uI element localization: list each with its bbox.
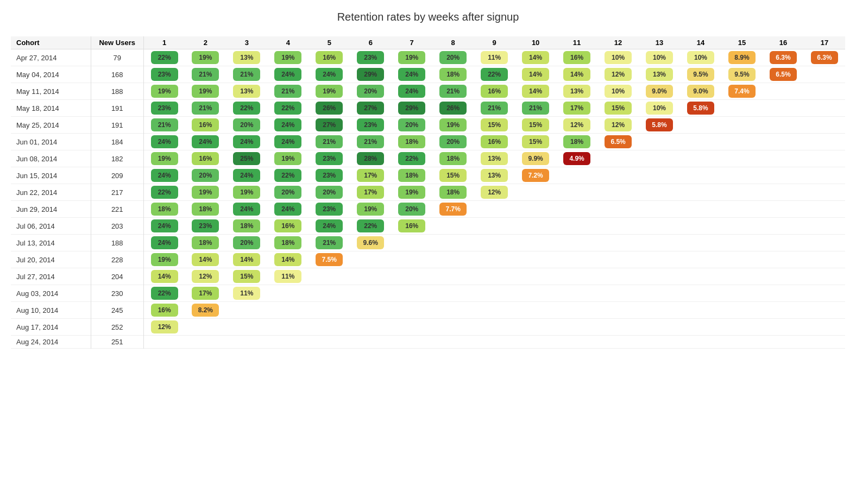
value-cell xyxy=(432,268,474,285)
value-cell: 7.4% xyxy=(721,83,763,100)
retention-badge: 21% xyxy=(192,68,219,81)
value-cell: 21% xyxy=(185,66,226,83)
value-cell xyxy=(680,117,721,134)
value-cell xyxy=(556,201,597,218)
value-cell: 9.0% xyxy=(680,83,721,100)
retention-badge: 18% xyxy=(439,152,467,165)
retention-badge: 23% xyxy=(316,152,343,165)
cohort-cell: Jul 20, 2014 xyxy=(11,251,91,268)
value-cell: 18% xyxy=(432,150,474,167)
value-cell: 21% xyxy=(350,134,391,150)
value-cell: 4.9% xyxy=(556,150,597,167)
retention-badge: 17% xyxy=(357,186,384,199)
value-cell xyxy=(721,319,763,336)
value-cell xyxy=(804,302,845,319)
value-cell: 16% xyxy=(309,49,350,66)
value-cell: 20% xyxy=(391,201,432,218)
value-cell: 16% xyxy=(185,150,226,167)
value-cell xyxy=(763,218,804,235)
value-cell xyxy=(391,302,432,319)
value-cell: 9.6% xyxy=(350,235,391,251)
new-users-cell: 191 xyxy=(91,100,143,117)
value-cell xyxy=(804,150,845,167)
week-header-14: 14 xyxy=(680,36,721,49)
retention-badge: 9.9% xyxy=(522,152,549,165)
retention-badge: 28% xyxy=(357,152,384,165)
retention-badge: 19% xyxy=(316,85,343,98)
cohort-cell: Jun 15, 2014 xyxy=(11,167,91,184)
value-cell xyxy=(474,218,515,235)
value-cell: 14% xyxy=(515,83,556,100)
value-cell xyxy=(721,302,763,319)
week-header-15: 15 xyxy=(721,36,763,49)
value-cell: 14% xyxy=(267,251,309,268)
value-cell xyxy=(267,285,309,302)
retention-badge: 9.5% xyxy=(728,68,756,81)
new-users-cell: 168 xyxy=(91,66,143,83)
retention-badge: 26% xyxy=(439,102,467,115)
value-cell xyxy=(309,302,350,319)
value-cell: 18% xyxy=(143,201,185,218)
value-cell: 15% xyxy=(515,134,556,150)
table-row: Jun 15, 201420924%20%24%22%23%17%18%15%1… xyxy=(11,167,845,184)
retention-badge: 6.5% xyxy=(605,135,632,148)
retention-badge: 15% xyxy=(522,135,549,148)
retention-badge: 14% xyxy=(563,68,590,81)
value-cell xyxy=(763,251,804,268)
retention-badge: 23% xyxy=(316,169,343,182)
value-cell: 11% xyxy=(474,49,515,66)
value-cell: 14% xyxy=(143,268,185,285)
value-cell xyxy=(597,150,639,167)
value-cell: 19% xyxy=(391,49,432,66)
week-header-3: 3 xyxy=(226,36,267,49)
value-cell xyxy=(721,117,763,134)
value-cell: 16% xyxy=(474,134,515,150)
value-cell xyxy=(432,251,474,268)
cohort-cell: Aug 17, 2014 xyxy=(11,319,91,336)
retention-badge: 18% xyxy=(192,236,219,249)
value-cell xyxy=(639,285,680,302)
retention-badge: 9.6% xyxy=(357,236,384,249)
new-users-cell: 217 xyxy=(91,184,143,201)
value-cell: 23% xyxy=(350,117,391,134)
cohort-cell: Jul 13, 2014 xyxy=(11,235,91,251)
retention-badge: 13% xyxy=(563,85,590,98)
week-header-6: 6 xyxy=(350,36,391,49)
value-cell xyxy=(721,167,763,184)
value-cell xyxy=(639,201,680,218)
retention-badge: 22% xyxy=(274,102,301,115)
value-cell: 9.5% xyxy=(721,66,763,83)
value-cell: 25% xyxy=(226,150,267,167)
value-cell: 20% xyxy=(391,117,432,134)
cohort-cell: Aug 03, 2014 xyxy=(11,285,91,302)
value-cell: 9.0% xyxy=(639,83,680,100)
week-header-9: 9 xyxy=(474,36,515,49)
retention-badge: 19% xyxy=(439,118,467,131)
value-cell: 21% xyxy=(267,83,309,100)
retention-badge: 21% xyxy=(439,85,467,98)
value-cell xyxy=(680,201,721,218)
retention-badge: 13% xyxy=(646,68,673,81)
new-users-cell: 228 xyxy=(91,251,143,268)
value-cell xyxy=(763,100,804,117)
value-cell xyxy=(185,319,226,336)
value-cell xyxy=(515,251,556,268)
value-cell xyxy=(474,302,515,319)
value-cell: 20% xyxy=(226,235,267,251)
table-row: Jul 20, 201422819%14%14%14%7.5% xyxy=(11,251,845,268)
value-cell xyxy=(226,319,267,336)
value-cell: 24% xyxy=(226,201,267,218)
value-cell xyxy=(185,336,226,349)
value-cell: 22% xyxy=(350,218,391,235)
value-cell: 5.8% xyxy=(680,100,721,117)
value-cell xyxy=(680,218,721,235)
value-cell: 16% xyxy=(391,218,432,235)
value-cell xyxy=(267,319,309,336)
new-users-cell: 204 xyxy=(91,268,143,285)
value-cell xyxy=(391,336,432,349)
value-cell: 18% xyxy=(185,201,226,218)
value-cell: 11% xyxy=(226,285,267,302)
value-cell xyxy=(515,302,556,319)
retention-badge: 18% xyxy=(439,68,467,81)
value-cell: 11% xyxy=(267,268,309,285)
